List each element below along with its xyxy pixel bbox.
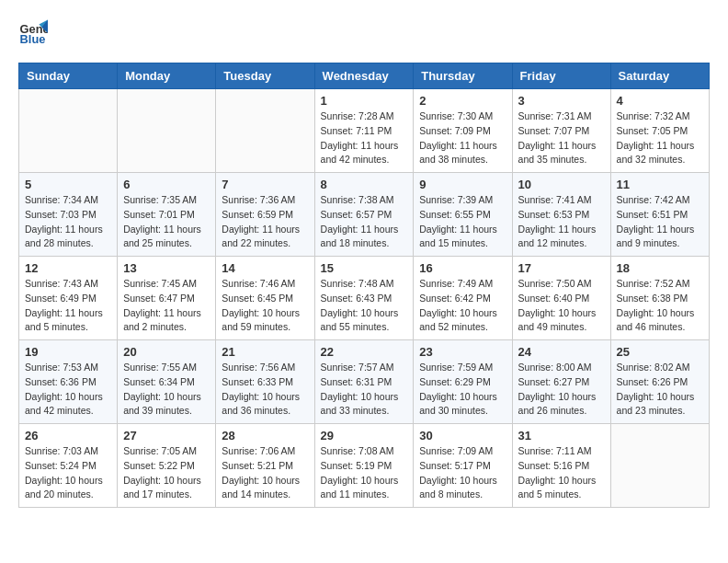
sunrise-label: Sunrise: 7:11 AM (518, 445, 592, 456)
day-number: 9 (419, 178, 506, 191)
day-number: 31 (518, 429, 605, 442)
daylight-label: Daylight: 10 hours and 52 minutes. (419, 307, 497, 333)
sunset-label: Sunset: 7:05 PM (617, 125, 688, 136)
sunset-label: Sunset: 5:21 PM (222, 460, 293, 471)
day-number: 23 (419, 345, 506, 359)
daylight-label: Daylight: 10 hours and 11 minutes. (321, 475, 399, 500)
sunrise-label: Sunrise: 7:46 AM (222, 278, 295, 289)
header-tuesday: Tuesday (216, 63, 314, 89)
sunset-label: Sunset: 5:22 PM (123, 460, 195, 471)
sunset-label: Sunset: 5:16 PM (518, 460, 590, 471)
daylight-label: Daylight: 10 hours and 42 minutes. (25, 391, 103, 417)
calendar-cell: 30Sunrise: 7:09 AMSunset: 5:17 PMDayligh… (414, 424, 512, 508)
sunset-label: Sunset: 6:42 PM (419, 293, 491, 304)
sunrise-label: Sunrise: 7:53 AM (25, 362, 98, 373)
day-info: Sunrise: 7:46 AMSunset: 6:45 PMDaylight:… (222, 277, 308, 335)
daylight-label: Daylight: 10 hours and 39 minutes. (123, 391, 201, 417)
sunrise-label: Sunrise: 7:08 AM (321, 445, 394, 456)
sunrise-label: Sunrise: 7:05 AM (123, 445, 197, 456)
calendar-cell: 9Sunrise: 7:39 AMSunset: 6:55 PMDaylight… (414, 173, 512, 257)
day-number: 18 (617, 261, 703, 275)
day-info: Sunrise: 7:36 AMSunset: 6:59 PMDaylight:… (222, 193, 308, 251)
calendar-cell: 4Sunrise: 7:32 AMSunset: 7:05 PMDaylight… (610, 89, 709, 173)
day-number: 24 (518, 345, 605, 359)
sunrise-label: Sunrise: 8:02 AM (617, 362, 690, 373)
calendar-cell: 21Sunrise: 7:56 AMSunset: 6:33 PMDayligh… (216, 340, 314, 424)
day-info: Sunrise: 8:00 AMSunset: 6:27 PMDaylight:… (518, 361, 605, 419)
day-info: Sunrise: 7:56 AMSunset: 6:33 PMDaylight:… (222, 361, 308, 419)
day-info: Sunrise: 8:02 AMSunset: 6:26 PMDaylight:… (617, 361, 703, 419)
daylight-label: Daylight: 10 hours and 55 minutes. (321, 307, 399, 333)
daylight-label: Daylight: 10 hours and 26 minutes. (518, 391, 597, 417)
day-info: Sunrise: 7:42 AMSunset: 6:51 PMDaylight:… (617, 193, 703, 251)
day-number: 17 (518, 261, 605, 275)
sunrise-label: Sunrise: 7:59 AM (419, 362, 493, 373)
sunset-label: Sunset: 6:26 PM (617, 376, 688, 387)
day-number: 7 (222, 178, 308, 191)
day-number: 28 (222, 429, 308, 442)
page-header: General Blue (18, 18, 710, 48)
calendar-cell: 12Sunrise: 7:43 AMSunset: 6:49 PMDayligh… (19, 257, 118, 340)
calendar-cell (610, 424, 709, 508)
sunset-label: Sunset: 6:29 PM (419, 376, 491, 387)
sunset-label: Sunset: 6:53 PM (518, 209, 590, 220)
sunrise-label: Sunrise: 7:30 AM (419, 110, 493, 121)
header-monday: Monday (118, 63, 216, 89)
day-number: 5 (25, 178, 111, 191)
calendar-cell: 10Sunrise: 7:41 AMSunset: 6:53 PMDayligh… (512, 173, 610, 257)
day-number: 25 (617, 345, 703, 359)
header-thursday: Thursday (414, 63, 512, 89)
sunset-label: Sunset: 6:36 PM (25, 376, 97, 387)
calendar-cell: 26Sunrise: 7:03 AMSunset: 5:24 PMDayligh… (19, 424, 118, 508)
sunrise-label: Sunrise: 7:06 AM (222, 445, 295, 456)
day-info: Sunrise: 7:31 AMSunset: 7:07 PMDaylight:… (518, 109, 605, 167)
sunset-label: Sunset: 6:45 PM (222, 293, 293, 304)
day-number: 20 (123, 345, 210, 359)
sunrise-label: Sunrise: 8:00 AM (518, 362, 592, 373)
sunrise-label: Sunrise: 7:57 AM (321, 362, 394, 373)
daylight-label: Daylight: 11 hours and 22 minutes. (222, 224, 300, 249)
sunset-label: Sunset: 5:17 PM (419, 460, 491, 471)
day-info: Sunrise: 7:30 AMSunset: 7:09 PMDaylight:… (419, 109, 506, 167)
day-info: Sunrise: 7:08 AMSunset: 5:19 PMDaylight:… (321, 444, 408, 502)
daylight-label: Daylight: 11 hours and 38 minutes. (419, 140, 497, 166)
daylight-label: Daylight: 11 hours and 25 minutes. (123, 224, 201, 249)
day-number: 15 (321, 261, 408, 275)
sunrise-label: Sunrise: 7:34 AM (25, 194, 98, 205)
sunrise-label: Sunrise: 7:43 AM (25, 278, 98, 289)
calendar-cell: 2Sunrise: 7:30 AMSunset: 7:09 PMDaylight… (414, 89, 512, 173)
sunset-label: Sunset: 6:38 PM (617, 293, 688, 304)
calendar-cell: 5Sunrise: 7:34 AMSunset: 7:03 PMDaylight… (19, 173, 118, 257)
daylight-label: Daylight: 10 hours and 23 minutes. (617, 391, 695, 417)
day-number: 21 (222, 345, 308, 359)
daylight-label: Daylight: 10 hours and 36 minutes. (222, 391, 300, 417)
calendar-cell: 23Sunrise: 7:59 AMSunset: 6:29 PMDayligh… (414, 340, 512, 424)
day-info: Sunrise: 7:48 AMSunset: 6:43 PMDaylight:… (321, 277, 408, 335)
sunrise-label: Sunrise: 7:56 AM (222, 362, 295, 373)
day-info: Sunrise: 7:55 AMSunset: 6:34 PMDaylight:… (123, 361, 210, 419)
sunrise-label: Sunrise: 7:35 AM (123, 194, 197, 205)
calendar-cell: 13Sunrise: 7:45 AMSunset: 6:47 PMDayligh… (118, 257, 216, 340)
sunset-label: Sunset: 7:03 PM (25, 209, 97, 220)
daylight-label: Daylight: 10 hours and 33 minutes. (321, 391, 399, 417)
daylight-label: Daylight: 10 hours and 14 minutes. (222, 475, 300, 500)
daylight-label: Daylight: 11 hours and 32 minutes. (617, 140, 695, 166)
calendar-cell: 15Sunrise: 7:48 AMSunset: 6:43 PMDayligh… (314, 257, 414, 340)
day-info: Sunrise: 7:49 AMSunset: 6:42 PMDaylight:… (419, 277, 506, 335)
sunrise-label: Sunrise: 7:39 AM (419, 194, 493, 205)
header-saturday: Saturday (610, 63, 709, 89)
sunset-label: Sunset: 7:09 PM (419, 125, 491, 136)
day-info: Sunrise: 7:38 AMSunset: 6:57 PMDaylight:… (321, 193, 408, 251)
calendar-cell: 6Sunrise: 7:35 AMSunset: 7:01 PMDaylight… (118, 173, 216, 257)
day-number: 13 (123, 261, 210, 275)
calendar-cell: 31Sunrise: 7:11 AMSunset: 5:16 PMDayligh… (512, 424, 610, 508)
sunrise-label: Sunrise: 7:03 AM (25, 445, 98, 456)
calendar-cell: 24Sunrise: 8:00 AMSunset: 6:27 PMDayligh… (512, 340, 610, 424)
calendar-cell (19, 89, 118, 173)
daylight-label: Daylight: 10 hours and 5 minutes. (518, 475, 597, 500)
daylight-label: Daylight: 10 hours and 46 minutes. (617, 307, 695, 333)
sunset-label: Sunset: 6:43 PM (321, 293, 392, 304)
calendar-table: SundayMondayTuesdayWednesdayThursdayFrid… (18, 63, 710, 508)
daylight-label: Daylight: 11 hours and 28 minutes. (25, 224, 103, 249)
daylight-label: Daylight: 10 hours and 30 minutes. (419, 391, 497, 417)
